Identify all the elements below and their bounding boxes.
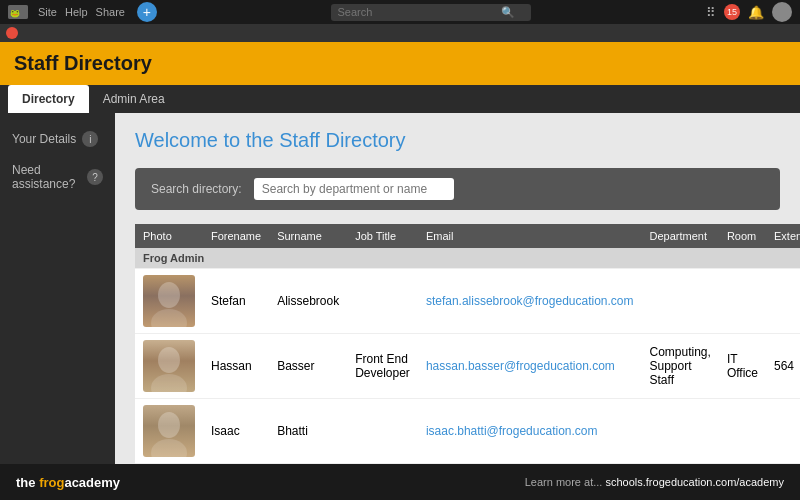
svg-point-6 xyxy=(158,347,180,373)
tab-admin-area[interactable]: Admin Area xyxy=(89,85,179,113)
cell-email: hassan.basser@frogeducation.com xyxy=(418,334,642,399)
footer: the frogacademy Learn more at... schools… xyxy=(0,464,800,500)
cell-surname: Alissebrook xyxy=(269,269,347,334)
tab-bar: Directory Admin Area xyxy=(0,85,800,113)
search-icon: 🔍 xyxy=(501,6,515,19)
email-link[interactable]: isaac.bhatti@frogeducation.com xyxy=(426,424,598,438)
col-photo: Photo xyxy=(135,224,203,248)
cell-room xyxy=(719,269,766,334)
table-row[interactable]: IsaacBhattiisaac.bhatti@frogeducation.co… xyxy=(135,399,800,464)
cell-jobTitle xyxy=(347,399,418,464)
help-nav-item[interactable]: Help xyxy=(65,6,88,18)
sidebar-item-your-details[interactable]: Your Details i xyxy=(0,123,115,155)
cell-extension xyxy=(766,269,800,334)
tab-directory[interactable]: Directory xyxy=(8,85,89,113)
grid-icon[interactable]: ⠿ xyxy=(706,5,716,20)
footer-url[interactable]: schools.frogeducation.com/academy xyxy=(605,476,784,488)
bell-icon[interactable]: 🔔 xyxy=(748,5,764,20)
system-bar-left: 🐸 Site Help Share xyxy=(8,5,125,19)
app-window: Staff Directory Directory Admin Area You… xyxy=(0,24,800,500)
cell-department: Computing, Support Staff xyxy=(642,334,719,399)
sidebar: Your Details i Need assistance? ? xyxy=(0,113,115,464)
staff-directory-table: Photo Forename Surname Job Title Email D… xyxy=(135,224,800,464)
help-icon: ? xyxy=(87,169,103,185)
cell-photo xyxy=(135,334,203,399)
col-department: Department xyxy=(642,224,719,248)
col-forename: Forename xyxy=(203,224,269,248)
cell-forename: Stefan xyxy=(203,269,269,334)
search-section: Search directory: xyxy=(135,168,780,210)
group-header: Frog Admin xyxy=(135,248,800,269)
system-bar: 🐸 Site Help Share + 🔍 ⠿ 15 🔔 xyxy=(0,0,800,24)
svg-text:🐸: 🐸 xyxy=(10,8,20,18)
search-bar: 🔍 xyxy=(331,4,531,21)
footer-brand-text: the xyxy=(16,475,39,490)
table-row[interactable]: StefanAlissebrookstefan.alissebrook@frog… xyxy=(135,269,800,334)
col-email: Email xyxy=(418,224,642,248)
col-extension: Extension xyxy=(766,224,800,248)
sidebar-item-need-assistance[interactable]: Need assistance? ? xyxy=(0,155,115,199)
close-button[interactable] xyxy=(6,27,18,39)
notification-badge: 15 xyxy=(724,4,740,20)
cell-extension xyxy=(766,399,800,464)
cell-room xyxy=(719,399,766,464)
cell-department xyxy=(642,269,719,334)
user-avatar[interactable] xyxy=(772,2,792,22)
frog-logo: 🐸 xyxy=(8,5,28,19)
sidebar-label-need-assistance: Need assistance? xyxy=(12,163,81,191)
svg-point-3 xyxy=(158,282,180,308)
search-label: Search directory: xyxy=(151,182,242,196)
cell-surname: Bhatti xyxy=(269,399,347,464)
add-button[interactable]: + xyxy=(137,2,157,22)
staff-photo xyxy=(143,340,195,392)
email-link[interactable]: hassan.basser@frogeducation.com xyxy=(426,359,615,373)
email-link[interactable]: stefan.alissebrook@frogeducation.com xyxy=(426,294,634,308)
staff-photo xyxy=(143,275,195,327)
footer-brand: the frogacademy xyxy=(16,475,120,490)
col-job-title: Job Title xyxy=(347,224,418,248)
sidebar-label-your-details: Your Details xyxy=(12,132,76,146)
system-search: 🔍 xyxy=(169,4,694,21)
app-title: Staff Directory xyxy=(14,52,152,75)
table-row[interactable]: HassanBasserFront End Developerhassan.ba… xyxy=(135,334,800,399)
site-nav-item[interactable]: Site xyxy=(38,6,57,18)
staff-photo xyxy=(143,405,195,457)
welcome-highlight: Staff Directory xyxy=(279,129,405,151)
footer-link: Learn more at... schools.frogeducation.c… xyxy=(525,476,784,488)
cell-department xyxy=(642,399,719,464)
system-bar-right: ⠿ 15 🔔 xyxy=(706,2,792,22)
cell-forename: Hassan xyxy=(203,334,269,399)
info-icon: i xyxy=(82,131,98,147)
col-surname: Surname xyxy=(269,224,347,248)
cell-photo xyxy=(135,399,203,464)
cell-forename: Isaac xyxy=(203,399,269,464)
cell-jobTitle: Front End Developer xyxy=(347,334,418,399)
system-search-input[interactable] xyxy=(337,6,497,18)
cell-extension: 564 xyxy=(766,334,800,399)
system-nav: Site Help Share xyxy=(38,6,125,18)
group-name: Frog Admin xyxy=(135,248,800,269)
welcome-title: Welcome to the Staff Directory xyxy=(135,129,780,152)
cell-jobTitle xyxy=(347,269,418,334)
col-room: Room xyxy=(719,224,766,248)
cell-email: isaac.bhatti@frogeducation.com xyxy=(418,399,642,464)
directory-search-input[interactable] xyxy=(254,178,454,200)
cell-photo xyxy=(135,269,203,334)
footer-frog: frog xyxy=(39,475,64,490)
app-header: Staff Directory xyxy=(0,42,800,85)
cell-room: IT Office xyxy=(719,334,766,399)
share-nav-item[interactable]: Share xyxy=(96,6,125,18)
svg-point-9 xyxy=(158,412,180,438)
window-close-bar xyxy=(0,24,800,42)
cell-email: stefan.alissebrook@frogeducation.com xyxy=(418,269,642,334)
main-area: Your Details i Need assistance? ? Welcom… xyxy=(0,113,800,464)
content-area: Welcome to the Staff Directory Search di… xyxy=(115,113,800,464)
footer-academy: academy xyxy=(64,475,120,490)
cell-surname: Basser xyxy=(269,334,347,399)
